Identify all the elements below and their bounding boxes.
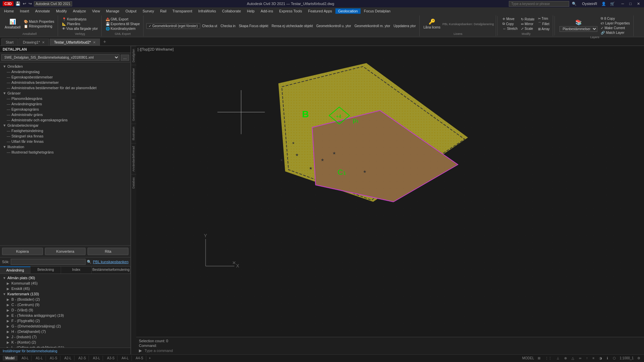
side-tab-anvandardefinerad[interactable]: Användardefinerad	[131, 143, 136, 174]
menubar-item-help[interactable]: Help	[244, 8, 257, 14]
checka-in-btn[interactable]: Checka in	[219, 24, 237, 28]
tree-utfart[interactable]: — Utfart får inte finnas	[0, 139, 130, 144]
class-tab-anvandning[interactable]: Användning	[0, 266, 31, 274]
statusbar-a0l[interactable]: A0-L	[19, 356, 32, 361]
class-enskilt[interactable]: ▶ Enskilt (45)	[0, 286, 130, 291]
class-j[interactable]: ▶ J - (Industri) (7)	[0, 334, 130, 340]
tree-omraden[interactable]: ▼ Områden	[0, 64, 130, 69]
quickprop-icon[interactable]: ℹ	[606, 356, 609, 360]
menubar-item-manage[interactable]: Manage	[103, 8, 122, 14]
lana-licens-btn[interactable]: 🔑 Låna licens	[422, 18, 442, 30]
class-f[interactable]: ▶ F - (Flygtrafik) (2)	[0, 318, 130, 323]
tree-administrativa[interactable]: — Administrativa bestämmelser	[0, 80, 130, 85]
statusbar-a3l[interactable]: A3-L	[90, 356, 103, 361]
tab-drawing1-close[interactable]: ✕	[42, 41, 45, 44]
side-tab-geometrikontroll[interactable]: Geometrikontroll	[131, 96, 136, 124]
menubar-item-geolocation[interactable]: Geolocation	[335, 8, 361, 14]
window-maximize[interactable]: □	[628, 2, 633, 6]
pbl-link[interactable]: PBL kunskapsbanken	[93, 260, 128, 264]
menubar-item-collaborate[interactable]: Collaborate	[219, 8, 244, 14]
dynin-icon[interactable]: ↑	[585, 356, 589, 360]
tree-administrativgrans[interactable]: — Administrativ gräns	[0, 112, 130, 117]
statusbar-model[interactable]: Model	[3, 356, 17, 361]
otrack-icon[interactable]: ∞	[578, 356, 582, 360]
menubar-item-insert[interactable]: Insert	[17, 8, 32, 14]
uppdatera-ytor-btn[interactable]: Uppdatera ytor	[392, 24, 417, 28]
new-tab-btn[interactable]: +	[101, 38, 109, 46]
planbestammelser-combo[interactable]: Planbestämmelser	[559, 26, 597, 32]
tree-admin-egenskap[interactable]: — Administrativ och egenskapsgräns	[0, 117, 130, 123]
grid-icon[interactable]: ⊞	[537, 356, 541, 360]
settings-gear-icon[interactable]: ⚙	[636, 356, 641, 360]
class-tab-bestammelseformulering[interactable]: Bestämmelseformulering	[92, 266, 130, 274]
product-combo[interactable]: Autodesk Civil 3D 2021	[34, 1, 72, 6]
tree-illustration[interactable]: ▼ Illustration	[0, 144, 130, 149]
search-field[interactable]	[11, 259, 86, 265]
search-icon[interactable]: 🔍	[572, 2, 577, 6]
polar-icon[interactable]: ⊕	[563, 356, 568, 360]
statusbar-a1l[interactable]: A1-L	[33, 356, 46, 361]
ortho-icon[interactable]: ⊥	[555, 356, 560, 360]
menubar-item-focusdetalplan[interactable]: Focus Detalplan	[361, 8, 393, 14]
scale-btn[interactable]: ⤢ Scale	[520, 26, 536, 31]
tree-planomradegrans[interactable]: — Planområdesgräns	[0, 96, 130, 101]
match-layer-btn[interactable]: 🔗 Match Layer	[599, 31, 631, 35]
viewport[interactable]: [-][Top][2D Wireframe] B +4	[136, 46, 644, 354]
snap-icon[interactable]: ⋮⋮	[544, 356, 553, 360]
menubar-item-infraworks[interactable]: InfraWorks	[196, 8, 219, 14]
tree-fastighetsindelning[interactable]: — Fastighetsindelning	[0, 128, 130, 133]
tree-stangsel[interactable]: — Stängsel ska finnas	[0, 133, 130, 139]
search-input[interactable]	[509, 1, 569, 7]
menubar-item-expresstools[interactable]: Express Tools	[276, 8, 305, 14]
menubar-item-survey[interactable]: Survey	[140, 8, 157, 14]
tree-anvandningsgrans[interactable]: — Användningsgräns	[0, 101, 130, 107]
fillet-btn[interactable]: ⌒ Fillet	[537, 21, 551, 26]
xml-browse-btn[interactable]: …	[121, 55, 129, 61]
arealtabell-btn[interactable]: 📊 Arealtabell	[3, 18, 22, 30]
gml-export-btn[interactable]: 📤 GML Export	[104, 17, 141, 21]
tree-administrativa-del[interactable]: — Administrativa bestämmelser för del av…	[0, 85, 130, 90]
user-icon[interactable]: 👤	[601, 2, 606, 6]
checka-ut-btn[interactable]: Checka ut	[201, 24, 219, 28]
mirror-btn[interactable]: ⇔ Mirror	[520, 22, 536, 26]
array-btn[interactable]: ⊞ Array	[537, 27, 551, 31]
rotate-btn[interactable]: ↻ Rotate	[520, 17, 536, 21]
lineweight-icon[interactable]: ≡	[591, 356, 595, 360]
statusbar-a2s[interactable]: A2-S	[76, 356, 89, 361]
window-minimize[interactable]: ─	[620, 2, 626, 6]
selection-icon[interactable]: ⬡	[612, 356, 617, 360]
side-tab-illustration[interactable]: Illustration	[131, 124, 136, 143]
tree-anvandningsslag[interactable]: — Användningsslag	[0, 69, 130, 74]
tree-egenskapsgrans[interactable]: — Egenskapsgräns	[0, 107, 130, 112]
statusbar-a3s[interactable]: A3-S	[104, 356, 117, 361]
geometrikontroll-m-btn[interactable]: Geometrikontroll m. ytor	[353, 24, 392, 28]
side-tab-detaljplan[interactable]: Detaljplan	[131, 46, 136, 65]
side-tab-databas[interactable]: Databas	[131, 174, 136, 191]
menubar-item-rail[interactable]: Rail	[157, 8, 169, 14]
exportera-btn[interactable]: 💾 Exportera till Shape	[104, 22, 141, 26]
class-kvartersmark[interactable]: ▼ Kvartersmark (133)	[0, 291, 130, 297]
planbestammelser-big-btn[interactable]: 📚 Planbestämmelser	[558, 18, 599, 33]
class-tab-beteckning[interactable]: Beteckning	[31, 266, 61, 274]
koordinatyss-btn[interactable]: 📍 Koordinatyss	[61, 17, 99, 21]
menubar-item-modify[interactable]: Modify	[53, 8, 69, 14]
statusbar-a4s[interactable]: A4-S	[133, 356, 146, 361]
koordinatsystem-btn[interactable]: 🌐 Koordinatsystem	[104, 26, 141, 31]
statusbar-a2l[interactable]: A2-L	[62, 356, 74, 361]
class-l[interactable]: ▶ L - (Odling och djurhållning) (11)	[0, 345, 130, 348]
statusbar-a1s[interactable]: A1-S	[47, 356, 60, 361]
tree-gransen[interactable]: ▼ Gränser	[0, 90, 130, 96]
trim-btn[interactable]: ✂ Trim	[537, 16, 551, 21]
osnap-icon[interactable]: △	[571, 356, 575, 360]
geometrikontroll-btn[interactable]: ✓ Geometrikontroll (eget fönster)	[146, 23, 200, 29]
geometrikontroll-u-btn[interactable]: Geometrikontroll u. ytor	[315, 24, 353, 28]
class-b[interactable]: ▶ B - (Bostäder) (2)	[0, 297, 130, 302]
class-g[interactable]: ▶ G - (Drivmedelstörsäljning) (2)	[0, 323, 130, 329]
statusbar-a4l[interactable]: A4-L	[119, 356, 131, 361]
menubar-item-transparent[interactable]: Transparent	[170, 8, 195, 14]
menubar-item-home[interactable]: Home	[1, 8, 16, 14]
menubar-item-analyze[interactable]: Analyze	[70, 8, 89, 14]
skapa-focus-btn[interactable]: Skapa Focus objekt	[237, 24, 270, 28]
stretch-btn[interactable]: ↔ Stretch	[501, 26, 519, 31]
tree-egenskapsbestammelser[interactable]: — Egenskapsbestämmelser	[0, 74, 130, 80]
